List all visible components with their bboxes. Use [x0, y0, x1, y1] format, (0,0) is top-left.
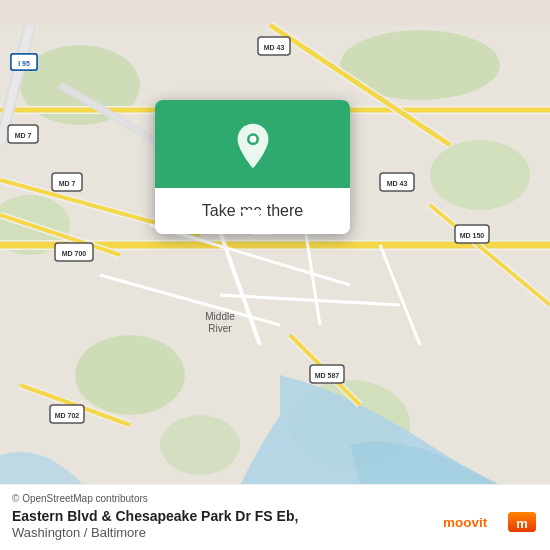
svg-text:MD 43: MD 43	[264, 44, 285, 51]
svg-text:River: River	[208, 323, 232, 334]
map-container: I 95 MD 43 MD 7 MD 7 MD 43 MD 700 MD 150…	[0, 0, 550, 550]
svg-text:MD 7: MD 7	[59, 180, 76, 187]
svg-text:MD 7: MD 7	[15, 132, 32, 139]
svg-point-57	[249, 136, 256, 143]
map-attribution: © OpenStreetMap contributors	[12, 493, 538, 504]
svg-text:MD 43: MD 43	[387, 180, 408, 187]
svg-text:MD 702: MD 702	[55, 412, 80, 419]
svg-text:moovit: moovit	[443, 515, 488, 530]
popup-header	[155, 100, 350, 188]
svg-text:m: m	[516, 516, 528, 531]
moovit-logo: moovit m	[443, 506, 538, 538]
svg-text:MD 700: MD 700	[62, 250, 87, 257]
svg-text:Middle: Middle	[205, 311, 235, 322]
svg-text:MD 587: MD 587	[315, 372, 340, 379]
svg-text:MD 150: MD 150	[460, 232, 485, 239]
svg-point-7	[160, 415, 240, 475]
moovit-bus-icon: m	[506, 506, 538, 538]
svg-point-4	[430, 140, 530, 210]
svg-text:I 95: I 95	[18, 60, 30, 67]
map-background: I 95 MD 43 MD 7 MD 7 MD 43 MD 700 MD 150…	[0, 0, 550, 550]
location-pin-icon	[229, 122, 277, 170]
svg-point-5	[75, 335, 185, 415]
moovit-icon: moovit	[443, 507, 503, 537]
popup-tail	[240, 210, 264, 224]
attribution-text: © OpenStreetMap contributors	[12, 493, 148, 504]
